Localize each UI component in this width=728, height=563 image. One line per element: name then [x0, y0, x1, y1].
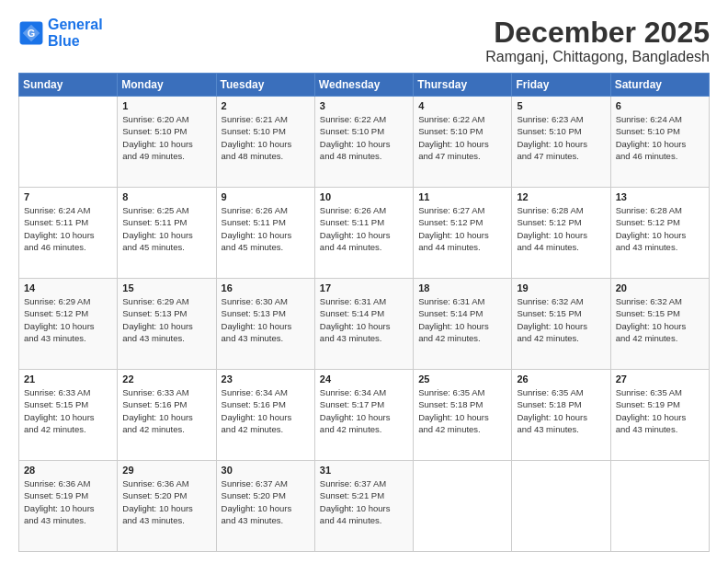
day-number: 4: [418, 100, 506, 111]
day-number: 29: [122, 465, 210, 476]
calendar-cell: 30Sunrise: 6:37 AM Sunset: 5:20 PM Dayli…: [216, 461, 314, 552]
header-day-sunday: Sunday: [19, 74, 118, 97]
calendar-cell: 1Sunrise: 6:20 AM Sunset: 5:10 PM Daylig…: [118, 97, 216, 188]
day-number: 10: [320, 191, 408, 202]
day-number: 13: [616, 191, 704, 202]
header-day-tuesday: Tuesday: [216, 74, 314, 97]
calendar-cell: [19, 97, 118, 188]
day-info: Sunrise: 6:25 AM Sunset: 5:11 PM Dayligh…: [122, 204, 210, 253]
day-info: Sunrise: 6:22 AM Sunset: 5:10 PM Dayligh…: [418, 113, 506, 162]
day-number: 3: [320, 100, 408, 111]
day-info: Sunrise: 6:20 AM Sunset: 5:10 PM Dayligh…: [122, 113, 210, 162]
calendar-cell: 15Sunrise: 6:29 AM Sunset: 5:13 PM Dayli…: [118, 279, 216, 370]
calendar-cell: 31Sunrise: 6:37 AM Sunset: 5:21 PM Dayli…: [314, 461, 413, 552]
day-info: Sunrise: 6:29 AM Sunset: 5:13 PM Dayligh…: [122, 295, 210, 344]
header: G General Blue December 2025 Ramganj, Ch…: [18, 17, 710, 65]
day-number: 30: [222, 465, 310, 476]
week-row-4: 28Sunrise: 6:36 AM Sunset: 5:19 PM Dayli…: [19, 461, 710, 552]
calendar-cell: 28Sunrise: 6:36 AM Sunset: 5:19 PM Dayli…: [19, 461, 118, 552]
calendar-cell: 16Sunrise: 6:30 AM Sunset: 5:13 PM Dayli…: [216, 279, 314, 370]
calendar-cell: 7Sunrise: 6:24 AM Sunset: 5:11 PM Daylig…: [19, 188, 118, 279]
day-number: 15: [122, 282, 210, 293]
header-day-friday: Friday: [512, 74, 610, 97]
logo-line2: Blue: [48, 33, 103, 50]
calendar-cell: 14Sunrise: 6:29 AM Sunset: 5:12 PM Dayli…: [19, 279, 118, 370]
day-info: Sunrise: 6:28 AM Sunset: 5:12 PM Dayligh…: [517, 204, 605, 253]
day-number: 20: [616, 282, 704, 293]
calendar-cell: 23Sunrise: 6:34 AM Sunset: 5:16 PM Dayli…: [216, 370, 314, 461]
header-day-monday: Monday: [118, 74, 216, 97]
calendar-cell: 5Sunrise: 6:23 AM Sunset: 5:10 PM Daylig…: [512, 97, 610, 188]
logo-text: General Blue: [48, 17, 103, 49]
calendar-cell: 20Sunrise: 6:32 AM Sunset: 5:15 PM Dayli…: [610, 279, 709, 370]
day-info: Sunrise: 6:36 AM Sunset: 5:19 PM Dayligh…: [24, 477, 112, 526]
day-number: 5: [517, 100, 605, 111]
day-number: 21: [24, 373, 112, 385]
calendar-cell: [610, 461, 709, 552]
day-number: 27: [616, 373, 704, 385]
logo: G General Blue: [18, 17, 103, 49]
page: G General Blue December 2025 Ramganj, Ch…: [0, 0, 728, 563]
day-info: Sunrise: 6:31 AM Sunset: 5:14 PM Dayligh…: [418, 295, 506, 344]
day-number: 26: [517, 373, 605, 385]
week-row-1: 7Sunrise: 6:24 AM Sunset: 5:11 PM Daylig…: [19, 188, 710, 279]
calendar-cell: 3Sunrise: 6:22 AM Sunset: 5:10 PM Daylig…: [314, 97, 413, 188]
title-block: December 2025 Ramganj, Chittagong, Bangl…: [485, 17, 710, 65]
day-number: 7: [24, 191, 112, 202]
calendar-cell: 27Sunrise: 6:35 AM Sunset: 5:19 PM Dayli…: [610, 370, 709, 461]
day-number: 19: [517, 282, 605, 293]
calendar-cell: 17Sunrise: 6:31 AM Sunset: 5:14 PM Dayli…: [314, 279, 413, 370]
calendar-cell: [512, 461, 610, 552]
day-info: Sunrise: 6:36 AM Sunset: 5:20 PM Dayligh…: [122, 477, 210, 526]
calendar-cell: 21Sunrise: 6:33 AM Sunset: 5:15 PM Dayli…: [19, 370, 118, 461]
day-info: Sunrise: 6:37 AM Sunset: 5:20 PM Dayligh…: [222, 477, 310, 526]
logo-line1: General: [48, 17, 103, 32]
day-info: Sunrise: 6:28 AM Sunset: 5:12 PM Dayligh…: [616, 204, 704, 253]
day-info: Sunrise: 6:31 AM Sunset: 5:14 PM Dayligh…: [320, 295, 408, 344]
day-info: Sunrise: 6:29 AM Sunset: 5:12 PM Dayligh…: [24, 295, 112, 344]
calendar-cell: 24Sunrise: 6:34 AM Sunset: 5:17 PM Dayli…: [314, 370, 413, 461]
calendar-cell: 22Sunrise: 6:33 AM Sunset: 5:16 PM Dayli…: [118, 370, 216, 461]
svg-text:G: G: [28, 27, 35, 38]
day-info: Sunrise: 6:35 AM Sunset: 5:19 PM Dayligh…: [616, 386, 704, 435]
day-info: Sunrise: 6:22 AM Sunset: 5:10 PM Dayligh…: [320, 113, 408, 162]
day-info: Sunrise: 6:37 AM Sunset: 5:21 PM Dayligh…: [320, 477, 408, 526]
day-number: 31: [320, 465, 408, 476]
day-info: Sunrise: 6:34 AM Sunset: 5:16 PM Dayligh…: [222, 386, 310, 435]
calendar-cell: 12Sunrise: 6:28 AM Sunset: 5:12 PM Dayli…: [512, 188, 610, 279]
day-number: 2: [222, 100, 310, 111]
calendar-cell: 13Sunrise: 6:28 AM Sunset: 5:12 PM Dayli…: [610, 188, 709, 279]
calendar-cell: 2Sunrise: 6:21 AM Sunset: 5:10 PM Daylig…: [216, 97, 314, 188]
day-number: 8: [122, 191, 210, 202]
day-number: 11: [418, 191, 506, 202]
calendar-cell: 19Sunrise: 6:32 AM Sunset: 5:15 PM Dayli…: [512, 279, 610, 370]
day-number: 16: [222, 282, 310, 293]
day-number: 1: [122, 100, 210, 111]
day-number: 22: [122, 373, 210, 385]
day-info: Sunrise: 6:33 AM Sunset: 5:15 PM Dayligh…: [24, 386, 112, 435]
day-info: Sunrise: 6:26 AM Sunset: 5:11 PM Dayligh…: [320, 204, 408, 253]
day-number: 17: [320, 282, 408, 293]
day-info: Sunrise: 6:32 AM Sunset: 5:15 PM Dayligh…: [616, 295, 704, 344]
calendar-cell: [414, 461, 512, 552]
day-info: Sunrise: 6:21 AM Sunset: 5:10 PM Dayligh…: [222, 113, 310, 162]
day-info: Sunrise: 6:24 AM Sunset: 5:10 PM Dayligh…: [616, 113, 704, 162]
calendar-cell: 4Sunrise: 6:22 AM Sunset: 5:10 PM Daylig…: [414, 97, 512, 188]
calendar-cell: 29Sunrise: 6:36 AM Sunset: 5:20 PM Dayli…: [118, 461, 216, 552]
day-number: 6: [616, 100, 704, 111]
calendar-cell: 18Sunrise: 6:31 AM Sunset: 5:14 PM Dayli…: [414, 279, 512, 370]
calendar-cell: 6Sunrise: 6:24 AM Sunset: 5:10 PM Daylig…: [610, 97, 709, 188]
day-number: 9: [222, 191, 310, 202]
day-info: Sunrise: 6:30 AM Sunset: 5:13 PM Dayligh…: [222, 295, 310, 344]
day-info: Sunrise: 6:34 AM Sunset: 5:17 PM Dayligh…: [320, 386, 408, 435]
day-number: 28: [24, 465, 112, 476]
day-info: Sunrise: 6:27 AM Sunset: 5:12 PM Dayligh…: [418, 204, 506, 253]
day-info: Sunrise: 6:32 AM Sunset: 5:15 PM Dayligh…: [517, 295, 605, 344]
calendar-table: SundayMondayTuesdayWednesdayThursdayFrid…: [18, 73, 710, 552]
week-row-0: 1Sunrise: 6:20 AM Sunset: 5:10 PM Daylig…: [19, 97, 710, 188]
location-title: Ramganj, Chittagong, Bangladesh: [485, 49, 710, 65]
day-number: 23: [222, 373, 310, 385]
calendar-cell: 10Sunrise: 6:26 AM Sunset: 5:11 PM Dayli…: [314, 188, 413, 279]
day-number: 14: [24, 282, 112, 293]
day-info: Sunrise: 6:24 AM Sunset: 5:11 PM Dayligh…: [24, 204, 112, 253]
